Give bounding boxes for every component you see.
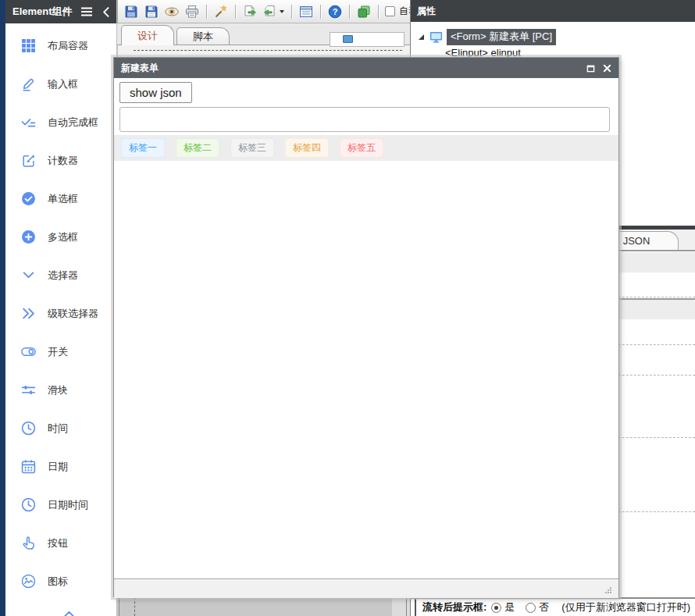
- save-button[interactable]: [123, 2, 139, 21]
- radio-icon[interactable]: [526, 603, 536, 613]
- tree-node-form[interactable]: <Form> 新建表单 [PC]: [447, 29, 556, 45]
- radio-option-否[interactable]: 否: [526, 600, 549, 614]
- properties-header: 属性: [411, 0, 695, 22]
- sidebar-item-自动完成框[interactable]: 自动完成框: [5, 103, 116, 141]
- chevron-up-icon[interactable]: [62, 607, 77, 616]
- flow-prompt-note: (仅用于新浏览器窗口打开时): [561, 600, 690, 614]
- flow-prompt-row: 流转后提示框: 是否 (仅用于新浏览器窗口打开时): [411, 597, 695, 616]
- show-json-button[interactable]: show json: [119, 82, 192, 103]
- radio-label: 是: [504, 600, 515, 614]
- sidebar-item-日期时间[interactable]: 日期时间: [5, 486, 116, 524]
- floppy-alt-icon: [144, 5, 159, 19]
- print-button[interactable]: [184, 2, 200, 21]
- toolbar-separator: [235, 5, 236, 19]
- dialog-title: 新建表单: [121, 62, 579, 75]
- image-circle-icon: [20, 574, 36, 589]
- save-as-button[interactable]: [144, 2, 159, 21]
- sidebar-item-选择器[interactable]: 选择器: [5, 256, 116, 294]
- export-button[interactable]: [262, 2, 285, 21]
- sidebar-item-label: 计数器: [48, 154, 78, 168]
- sidebar-header: Element组件: [5, 0, 116, 23]
- form-icon: [299, 5, 313, 19]
- preview-button[interactable]: [164, 2, 180, 21]
- sidebar-item-label: 日期时间: [48, 498, 88, 512]
- sidebar-item-label: 图标: [48, 575, 68, 589]
- import-icon: [243, 5, 257, 19]
- tree-expander-icon[interactable]: [418, 34, 425, 41]
- toolbar-separator: [320, 5, 321, 19]
- form-props-button[interactable]: [298, 2, 314, 21]
- sidebar-item-label: 时间: [48, 422, 68, 436]
- sidebar-item-按钮[interactable]: 按钮: [5, 524, 116, 562]
- sidebar-item-label: 布局容器: [48, 39, 88, 53]
- eye-icon: [165, 5, 179, 19]
- clock-icon: [20, 421, 36, 436]
- sidebar-item-日期[interactable]: 日期: [5, 447, 116, 486]
- collapse-chevron-left-icon[interactable]: [101, 6, 112, 18]
- copy-button[interactable]: [356, 2, 372, 21]
- sidebar-item-计数器[interactable]: 计数器: [5, 141, 116, 180]
- tag-标签四[interactable]: 标签四: [285, 138, 329, 158]
- plus-circle-icon: [20, 230, 36, 245]
- help-button[interactable]: ?: [327, 2, 343, 21]
- resize-grip-icon[interactable]: [604, 586, 612, 594]
- wizard-button[interactable]: [213, 2, 229, 21]
- component-tree: <Form> 新建表单 [PC] <Elinput> elinput: [411, 22, 695, 59]
- sidebar-item-级联选择器[interactable]: 级联选择器: [5, 294, 116, 333]
- sidebar-item-时间[interactable]: 时间: [5, 409, 116, 447]
- sidebar-item-输入框[interactable]: 输入框: [5, 65, 116, 103]
- autocomplete-icon: [20, 115, 36, 130]
- component-sidebar: Element组件 布局容器输入框自动完成框计数器单选框多选框选择器级联选择器开…: [5, 0, 117, 616]
- radio-label: 否: [539, 600, 549, 614]
- sidebar-item-label: 日期: [48, 460, 68, 474]
- tab-script[interactable]: 脚本: [176, 27, 230, 45]
- sidebar-item-滑块[interactable]: 滑块: [5, 371, 116, 409]
- autosave-checkbox[interactable]: [385, 6, 395, 16]
- radio-icon[interactable]: [491, 603, 501, 613]
- app-window: Element组件 布局容器输入框自动完成框计数器单选框多选框选择器级联选择器开…: [0, 0, 695, 616]
- grid-icon: [20, 38, 36, 54]
- switch-icon: [20, 344, 36, 360]
- sidebar-list: 布局容器输入框自动完成框计数器单选框多选框选择器级联选择器开关滑块时间日期日期时…: [5, 27, 116, 616]
- radio-check-icon: [20, 191, 36, 207]
- edit-square-icon: [20, 153, 36, 169]
- sidebar-item-label: 自动完成框: [48, 116, 98, 130]
- tag-标签五[interactable]: 标签五: [340, 138, 383, 158]
- toolbar-separator: [206, 5, 207, 19]
- toolbar-separator: [291, 5, 292, 19]
- radio-option-是[interactable]: 是: [491, 600, 515, 614]
- tab-design[interactable]: 设计: [121, 25, 174, 45]
- close-icon[interactable]: [603, 64, 611, 73]
- form-selection-dashed-border: [134, 50, 402, 51]
- canvas-fragment: [330, 32, 405, 47]
- dialog-titlebar[interactable]: 新建表单: [114, 58, 618, 78]
- sidebar-item-图标[interactable]: 图标: [5, 562, 116, 600]
- tag-标签一[interactable]: 标签一: [121, 138, 165, 158]
- toolbar-buttons: ?: [123, 2, 380, 21]
- tag-标签二[interactable]: 标签二: [176, 138, 219, 158]
- magic-wand-icon: [214, 5, 228, 19]
- sidebar-title: Element组件: [12, 5, 73, 19]
- help-icon: ?: [328, 5, 342, 19]
- sidebar-item-布局容器[interactable]: 布局容器: [5, 27, 116, 65]
- hamburger-icon[interactable]: [80, 5, 94, 19]
- sidebar-item-多选框[interactable]: 多选框: [5, 218, 116, 256]
- tree-row[interactable]: <Form> 新建表单 [PC]: [411, 29, 695, 45]
- sidebar-item-label: 开关: [48, 345, 68, 359]
- maximize-icon[interactable]: [586, 64, 595, 73]
- sidebar-item-label: 单选框: [48, 192, 78, 206]
- printer-icon: [185, 5, 199, 19]
- tag-标签三[interactable]: 标签三: [230, 138, 274, 158]
- sidebar-item-单选框[interactable]: 单选框: [5, 180, 116, 218]
- sidebar-item-label: 滑块: [48, 383, 68, 397]
- sidebar-item-开关[interactable]: 开关: [5, 333, 116, 371]
- calendar-icon: [20, 459, 36, 475]
- chevron-down-icon: [20, 268, 36, 283]
- form-text-input[interactable]: [119, 107, 610, 132]
- sidebar-item-label: 按钮: [48, 536, 68, 550]
- export-icon: [263, 5, 277, 19]
- layers-icon: [357, 5, 371, 19]
- import-button[interactable]: [242, 2, 258, 21]
- slider-icon: [20, 383, 36, 398]
- toolbar-separator: [378, 5, 379, 19]
